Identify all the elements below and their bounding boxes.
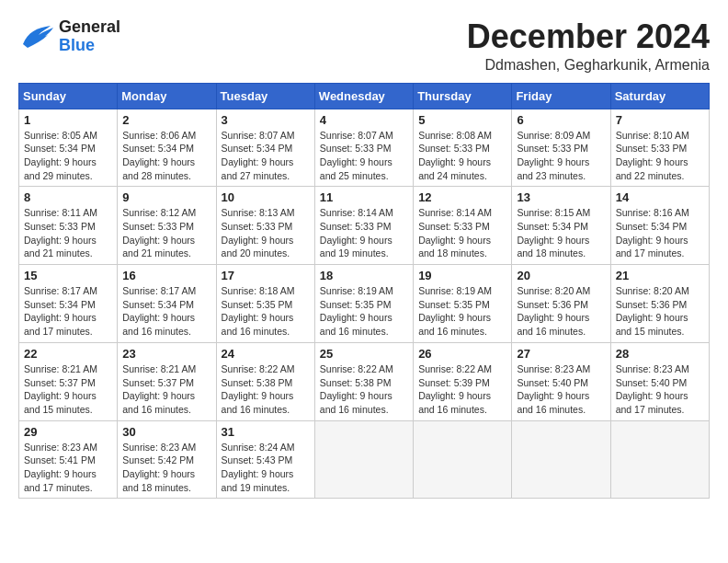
day-number: 1 [24, 113, 112, 127]
day-number: 9 [122, 190, 210, 204]
day-info: Sunrise: 8:22 AM Sunset: 5:39 PM Dayligh… [418, 362, 506, 417]
calendar-cell: 11Sunrise: 8:14 AM Sunset: 5:33 PM Dayli… [314, 187, 413, 265]
day-number: 22 [24, 347, 112, 361]
calendar-cell: 4Sunrise: 8:07 AM Sunset: 5:33 PM Daylig… [314, 109, 413, 187]
title-section: December 2024 Ddmashen, Gegharkunik, Arm… [467, 18, 710, 74]
day-info: Sunrise: 8:14 AM Sunset: 5:33 PM Dayligh… [418, 206, 506, 260]
day-info: Sunrise: 8:23 AM Sunset: 5:41 PM Dayligh… [24, 441, 112, 495]
calendar-cell: 20Sunrise: 8:20 AM Sunset: 5:36 PM Dayli… [512, 265, 610, 343]
day-info: Sunrise: 8:07 AM Sunset: 5:34 PM Dayligh… [222, 129, 310, 183]
location-text: Ddmashen, Gegharkunik, Armenia [467, 57, 710, 74]
day-info: Sunrise: 8:11 AM Sunset: 5:33 PM Dayligh… [24, 206, 112, 260]
day-info: Sunrise: 8:23 AM Sunset: 5:42 PM Dayligh… [122, 441, 210, 495]
day-number: 14 [616, 190, 704, 204]
day-number: 17 [222, 269, 310, 282]
day-info: Sunrise: 8:21 AM Sunset: 5:37 PM Dayligh… [24, 362, 112, 417]
day-number: 26 [418, 347, 506, 361]
day-info: Sunrise: 8:09 AM Sunset: 5:33 PM Dayligh… [517, 129, 605, 183]
logo-general-text: General [59, 18, 120, 37]
calendar-cell: 5Sunrise: 8:08 AM Sunset: 5:33 PM Daylig… [414, 109, 512, 187]
calendar-week-row: 15Sunrise: 8:17 AM Sunset: 5:34 PM Dayli… [19, 265, 710, 343]
day-info: Sunrise: 8:23 AM Sunset: 5:40 PM Dayligh… [616, 362, 704, 417]
day-number: 2 [122, 113, 210, 127]
calendar-week-row: 8Sunrise: 8:11 AM Sunset: 5:33 PM Daylig… [19, 187, 710, 265]
calendar-cell [314, 420, 413, 499]
calendar-cell: 23Sunrise: 8:21 AM Sunset: 5:37 PM Dayli… [118, 342, 216, 420]
calendar-cell: 6Sunrise: 8:09 AM Sunset: 5:33 PM Daylig… [512, 109, 610, 187]
logo-text: General Blue [59, 18, 120, 55]
day-number: 16 [122, 269, 210, 282]
day-number: 27 [517, 347, 605, 361]
day-number: 3 [222, 113, 310, 127]
day-info: Sunrise: 8:17 AM Sunset: 5:34 PM Dayligh… [122, 284, 210, 339]
calendar-table: SundayMondayTuesdayWednesdayThursdayFrid… [18, 83, 710, 500]
calendar-cell: 27Sunrise: 8:23 AM Sunset: 5:40 PM Dayli… [512, 342, 610, 420]
day-number: 18 [320, 269, 408, 282]
day-number: 8 [24, 190, 112, 204]
day-info: Sunrise: 8:22 AM Sunset: 5:38 PM Dayligh… [222, 362, 310, 417]
day-info: Sunrise: 8:19 AM Sunset: 5:35 PM Dayligh… [418, 284, 506, 339]
calendar-week-row: 1Sunrise: 8:05 AM Sunset: 5:34 PM Daylig… [19, 109, 710, 187]
day-info: Sunrise: 8:14 AM Sunset: 5:33 PM Dayligh… [320, 206, 408, 260]
day-info: Sunrise: 8:16 AM Sunset: 5:34 PM Dayligh… [616, 206, 704, 260]
calendar-cell: 3Sunrise: 8:07 AM Sunset: 5:34 PM Daylig… [216, 109, 314, 187]
day-number: 20 [517, 269, 605, 282]
day-number: 30 [122, 425, 210, 439]
calendar-cell: 28Sunrise: 8:23 AM Sunset: 5:40 PM Dayli… [610, 342, 709, 420]
day-info: Sunrise: 8:12 AM Sunset: 5:33 PM Dayligh… [122, 206, 210, 260]
day-info: Sunrise: 8:23 AM Sunset: 5:40 PM Dayligh… [517, 362, 605, 417]
calendar-week-row: 22Sunrise: 8:21 AM Sunset: 5:37 PM Dayli… [19, 342, 710, 420]
calendar-cell: 8Sunrise: 8:11 AM Sunset: 5:33 PM Daylig… [19, 187, 118, 265]
logo-blue-text: Blue [59, 37, 120, 55]
calendar-cell: 9Sunrise: 8:12 AM Sunset: 5:33 PM Daylig… [118, 187, 216, 265]
day-info: Sunrise: 8:08 AM Sunset: 5:33 PM Dayligh… [418, 129, 506, 183]
day-info: Sunrise: 8:20 AM Sunset: 5:36 PM Dayligh… [517, 284, 605, 339]
calendar-day-header: Thursday [414, 83, 512, 109]
calendar-header-row: SundayMondayTuesdayWednesdayThursdayFrid… [19, 83, 710, 109]
calendar-cell: 22Sunrise: 8:21 AM Sunset: 5:37 PM Dayli… [19, 342, 118, 420]
day-info: Sunrise: 8:13 AM Sunset: 5:33 PM Dayligh… [222, 206, 310, 260]
day-info: Sunrise: 8:24 AM Sunset: 5:43 PM Dayligh… [222, 441, 310, 495]
day-number: 12 [418, 190, 506, 204]
calendar-cell: 24Sunrise: 8:22 AM Sunset: 5:38 PM Dayli… [216, 342, 314, 420]
day-info: Sunrise: 8:22 AM Sunset: 5:38 PM Dayligh… [320, 362, 408, 417]
day-info: Sunrise: 8:18 AM Sunset: 5:35 PM Dayligh… [222, 284, 310, 339]
day-number: 7 [616, 113, 704, 127]
calendar-cell: 15Sunrise: 8:17 AM Sunset: 5:34 PM Dayli… [19, 265, 118, 343]
day-info: Sunrise: 8:05 AM Sunset: 5:34 PM Dayligh… [24, 129, 112, 183]
day-number: 13 [517, 190, 605, 204]
calendar-day-header: Wednesday [314, 83, 413, 109]
day-number: 29 [24, 425, 112, 439]
calendar-day-header: Tuesday [216, 83, 314, 109]
logo-icon [18, 18, 55, 55]
calendar-cell: 1Sunrise: 8:05 AM Sunset: 5:34 PM Daylig… [19, 109, 118, 187]
day-info: Sunrise: 8:21 AM Sunset: 5:37 PM Dayligh… [122, 362, 210, 417]
day-number: 6 [517, 113, 605, 127]
day-info: Sunrise: 8:07 AM Sunset: 5:33 PM Dayligh… [320, 129, 408, 183]
calendar-day-header: Saturday [610, 83, 709, 109]
calendar-cell: 25Sunrise: 8:22 AM Sunset: 5:38 PM Dayli… [314, 342, 413, 420]
calendar-cell: 16Sunrise: 8:17 AM Sunset: 5:34 PM Dayli… [118, 265, 216, 343]
calendar-week-row: 29Sunrise: 8:23 AM Sunset: 5:41 PM Dayli… [19, 420, 710, 499]
day-number: 10 [222, 190, 310, 204]
month-title: December 2024 [467, 18, 710, 55]
calendar-day-header: Monday [118, 83, 216, 109]
calendar-cell: 17Sunrise: 8:18 AM Sunset: 5:35 PM Dayli… [216, 265, 314, 343]
day-number: 15 [24, 269, 112, 282]
day-info: Sunrise: 8:15 AM Sunset: 5:34 PM Dayligh… [517, 206, 605, 260]
calendar-cell: 2Sunrise: 8:06 AM Sunset: 5:34 PM Daylig… [118, 109, 216, 187]
day-number: 5 [418, 113, 506, 127]
calendar-cell: 30Sunrise: 8:23 AM Sunset: 5:42 PM Dayli… [118, 420, 216, 499]
day-number: 25 [320, 347, 408, 361]
calendar-cell [512, 420, 610, 499]
calendar-cell: 29Sunrise: 8:23 AM Sunset: 5:41 PM Dayli… [19, 420, 118, 499]
day-number: 23 [122, 347, 210, 361]
calendar-cell: 13Sunrise: 8:15 AM Sunset: 5:34 PM Dayli… [512, 187, 610, 265]
calendar-cell: 14Sunrise: 8:16 AM Sunset: 5:34 PM Dayli… [610, 187, 709, 265]
day-number: 31 [222, 425, 310, 439]
day-number: 21 [616, 269, 704, 282]
day-number: 28 [616, 347, 704, 361]
calendar-cell [414, 420, 512, 499]
day-info: Sunrise: 8:17 AM Sunset: 5:34 PM Dayligh… [24, 284, 112, 339]
day-number: 24 [222, 347, 310, 361]
